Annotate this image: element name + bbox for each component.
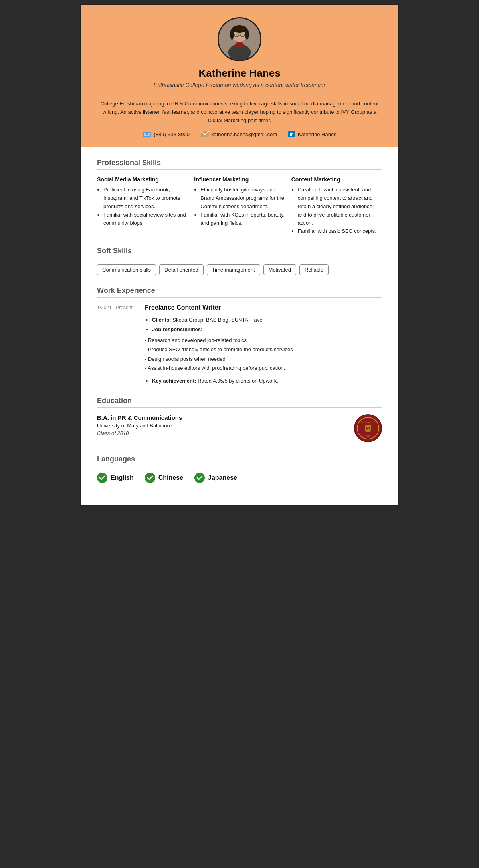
soft-skills-section: Soft Skills Communication skills Detail-… [97,247,382,275]
skill-tag-detail: Detail-oriented [159,264,204,275]
email-icon [201,131,209,137]
svg-rect-12 [146,133,148,135]
header-section: Katherine Hanes Enthusiastic College Fre… [81,5,398,147]
resume-wrapper: Katherine Hanes Enthusiastic College Fre… [80,4,399,506]
list-item: Familiar with social review sites and co… [103,211,188,228]
soft-skills-title: Soft Skills [97,247,382,258]
header-divider [97,94,382,94]
skill-col-influencer-heading: Influencer Marketing [194,176,285,183]
list-item: Proficient in using Facebook, Instagram,… [103,186,188,211]
language-japanese: Japanese [194,473,237,483]
svg-text:1890: 1890 [366,435,370,437]
candidate-bio: College Freshman majoring in PR & Commun… [97,100,382,125]
work-bullets: Clients: Skoda Group, BAS Blog, SUNTA Tr… [145,315,293,334]
check-icon-japanese [194,473,205,483]
work-achievement: Key achievement: Rated 4.95/5 by clients… [145,376,293,385]
work-content: Freelance Content Writer Clients: Skoda … [145,304,293,385]
svg-point-19 [97,473,107,483]
professional-skills-title: Professional Skills [97,159,382,170]
skill-col-content: Content Marketing Create relevant, consi… [291,176,382,236]
list-item: Clients: Skoda Group, BAS Blog, SUNTA Tr… [152,315,293,324]
check-icon-english [97,473,107,483]
list-item: Create relevant, consistent, and compell… [298,186,382,227]
language-english-label: English [111,474,134,481]
list-item: Familiar with KOLs in sports, beauty, an… [200,211,285,228]
work-item-freelance: 1/2021 - Present Freelance Content Write… [97,304,382,385]
skill-tag-motivated: Motivated [263,264,296,275]
list-item: - Research and developed job-related top… [145,336,293,345]
email-contact: katherine.hanes@gmail.com [201,131,277,137]
list-item: Efficiently hosted giveaways and Brand A… [200,186,285,211]
soft-skills-list: Communication skills Detail-oriented Tim… [97,264,382,275]
linkedin-icon: in [288,131,295,137]
skill-col-influencer-list: Efficiently hosted giveaways and Brand A… [194,186,285,227]
languages-title: Languages [97,455,382,466]
skill-col-content-heading: Content Marketing [291,176,382,183]
language-chinese-label: Chinese [158,474,183,481]
avatar [218,17,261,61]
phone-icon [143,131,151,137]
work-experience-section: Work Experience 1/2021 - Present Freelan… [97,286,382,385]
phone-number: (889)-333-8900 [154,131,190,137]
svg-point-20 [145,473,155,483]
linkedin-contact: in Katherine Hanes [288,131,336,137]
education-title: Education [97,397,382,408]
check-icon-chinese [145,473,155,483]
skill-tag-time: Time management [207,264,260,275]
professional-skills-section: Professional Skills Social Media Marketi… [97,159,382,236]
skill-col-social-list: Proficient in using Facebook, Instagram,… [97,186,188,227]
list-item: Familiar with basic SEO concepts. [298,227,382,236]
svg-text:UNIVERSITY: UNIVERSITY [360,421,376,423]
skill-col-content-list: Create relevant, consistent, and compell… [291,186,382,236]
edu-item: B.A. in PR & Communications University o… [97,414,382,444]
svg-point-4 [230,29,234,39]
work-date: 1/2021 - Present [97,304,137,385]
list-item: Key achievement: Rated 4.95/5 by clients… [152,376,293,385]
edu-university: University of Maryland Baltimore [97,423,182,429]
skill-tag-reliable: Reliable [299,264,329,275]
candidate-subtitle: Enthusiastic College Freshman working as… [97,82,382,88]
skill-col-social: Social Media Marketing Proficient in usi… [97,176,188,236]
education-section: Education B.A. in PR & Communications Un… [97,397,382,444]
language-english: English [97,473,134,483]
email-address: katherine.hanes@gmail.com [211,131,277,137]
edu-left: B.A. in PR & Communications University o… [97,414,182,436]
university-logo: UNIVERSITY 1890 M [354,414,382,444]
skill-col-social-heading: Social Media Marketing [97,176,188,183]
svg-point-21 [194,473,205,483]
phone-contact: (889)-333-8900 [143,131,190,137]
linkedin-name: Katherine Hanes [298,131,336,137]
list-item: - Produce SEO-friendly articles to promo… [145,345,293,354]
contact-row: (889)-333-8900 katherine.hanes@gmail.com… [97,131,382,137]
task-list: - Research and developed job-related top… [145,336,293,373]
job-title: Freelance Content Writer [145,304,293,311]
svg-point-9 [235,42,244,48]
list-item: - Assist in-house editors with proofread… [145,363,293,373]
resume-body: Professional Skills Social Media Marketi… [81,147,398,505]
skills-grid: Social Media Marketing Proficient in usi… [97,176,382,236]
language-japanese-label: Japanese [208,474,237,481]
languages-section: Languages English Chinese [97,455,382,483]
edu-degree: B.A. in PR & Communications [97,414,182,421]
work-experience-title: Work Experience [97,286,382,298]
languages-list: English Chinese Japanese [97,473,382,483]
language-chinese: Chinese [145,473,183,483]
candidate-name: Katherine Hanes [97,67,382,79]
list-item: - Design social posts when needed [145,354,293,363]
skill-col-influencer: Influencer Marketing Efficiently hosted … [194,176,285,236]
edu-class-year: Class of 2010 [97,430,182,436]
svg-point-5 [245,29,249,39]
svg-text:M: M [366,427,370,431]
list-item: Job responsibilities: [152,325,293,334]
svg-point-3 [232,25,247,33]
skill-tag-communication: Communication skills [97,264,156,275]
